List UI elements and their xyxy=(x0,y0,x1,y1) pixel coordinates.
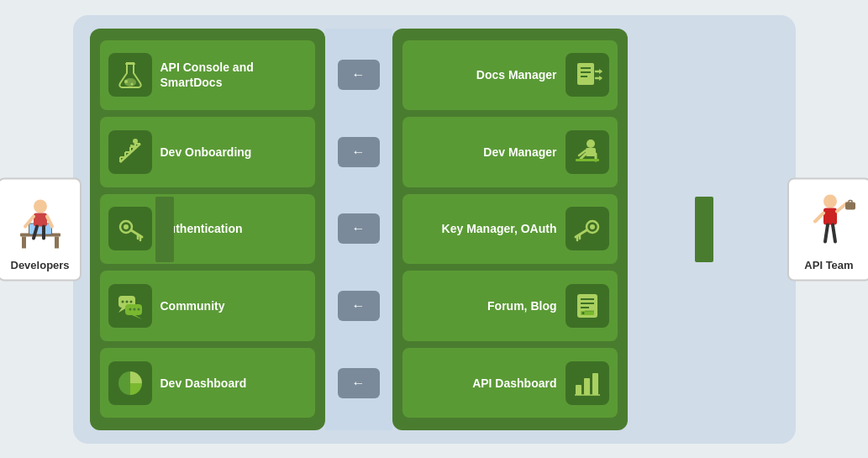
svg-point-5 xyxy=(34,199,47,213)
key-manager-row: Key Manager, OAuth xyxy=(402,194,618,265)
svg-point-50 xyxy=(587,140,595,148)
svg-line-77 xyxy=(833,224,835,241)
api-dashboard-label: API Dashboard xyxy=(472,376,556,391)
svg-rect-79 xyxy=(849,200,852,203)
arrow-2: ← xyxy=(338,137,380,167)
svg-rect-69 xyxy=(584,378,590,395)
developer-icon xyxy=(11,187,70,255)
api-team-figure: API Team xyxy=(787,177,869,281)
svg-point-72 xyxy=(823,194,837,208)
svg-point-36 xyxy=(121,301,124,303)
left-connector xyxy=(155,197,174,262)
api-dashboard-row: API Dashboard xyxy=(402,348,618,419)
api-console-row: API Console and SmartDocs xyxy=(100,40,315,111)
escalator-icon xyxy=(108,130,152,174)
chat-icon xyxy=(108,284,152,328)
arrow-1: ← xyxy=(338,60,380,90)
svg-marker-35 xyxy=(132,315,142,319)
flask-icon xyxy=(108,53,152,97)
community-row: Community xyxy=(100,271,315,341)
svg-marker-49 xyxy=(599,76,602,81)
svg-marker-47 xyxy=(599,69,602,74)
barchart-icon xyxy=(566,361,609,405)
piechart-icon xyxy=(108,361,152,405)
middle-column: ← ← ← ← ← xyxy=(325,29,392,430)
developers-figure: Developers xyxy=(0,177,82,281)
svg-rect-70 xyxy=(592,373,598,395)
forum-blog-label: Forum, Blog xyxy=(487,298,556,313)
svg-point-41 xyxy=(137,308,139,311)
key-manager-label: Key Manager, OAuth xyxy=(442,221,557,236)
keyright-icon xyxy=(566,207,609,250)
forum-blog-row: Forum, Blog xyxy=(402,271,618,341)
authentication-row: Authentication xyxy=(100,194,315,265)
api-team-icon xyxy=(801,187,860,255)
svg-point-28 xyxy=(124,224,129,229)
svg-rect-6 xyxy=(34,213,47,226)
dev-dashboard-label: Dev Dashboard xyxy=(160,376,247,391)
dev-onboarding-row: Dev Onboarding xyxy=(100,117,315,187)
right-connector xyxy=(695,197,713,262)
arrow-3: ← xyxy=(338,213,380,244)
svg-rect-42 xyxy=(577,63,594,85)
docs-icon xyxy=(566,53,609,97)
dev-manager-row: Dev Manager xyxy=(402,117,618,187)
svg-rect-2 xyxy=(55,236,59,248)
developers-label: Developers xyxy=(11,258,68,271)
svg-point-39 xyxy=(129,308,131,311)
svg-rect-51 xyxy=(586,148,596,156)
inner-content: API Console and SmartDocs xyxy=(90,29,779,430)
svg-rect-11 xyxy=(125,63,135,65)
svg-point-37 xyxy=(125,301,128,303)
dev-dashboard-row: Dev Dashboard xyxy=(100,348,315,419)
arrow-5: ← xyxy=(338,368,380,398)
dev-onboarding-label: Dev Onboarding xyxy=(160,145,252,160)
api-console-label: API Console and SmartDocs xyxy=(160,60,307,90)
svg-line-26 xyxy=(131,145,134,146)
svg-point-14 xyxy=(130,83,133,86)
docs-manager-label: Docs Manager xyxy=(476,67,557,82)
svg-rect-73 xyxy=(823,208,837,224)
api-team-label: API Team xyxy=(801,258,858,271)
svg-point-66 xyxy=(581,312,584,314)
svg-point-57 xyxy=(590,224,595,229)
community-label: Community xyxy=(160,298,225,313)
outer-box: Developers xyxy=(73,15,796,444)
arrow-4: ← xyxy=(338,291,380,321)
left-green-panel: API Console and SmartDocs xyxy=(90,29,325,430)
svg-line-75 xyxy=(815,213,823,221)
svg-point-40 xyxy=(133,308,135,311)
svg-rect-54 xyxy=(576,159,599,161)
svg-line-76 xyxy=(825,224,828,241)
dev-manager-label: Dev Manager xyxy=(483,145,556,160)
docs-manager-row: Docs Manager xyxy=(402,40,618,111)
svg-point-13 xyxy=(124,80,128,83)
diagram-wrapper: Developers xyxy=(0,0,868,458)
blog-icon xyxy=(566,284,609,328)
devmanager-icon xyxy=(566,130,609,174)
key-icon xyxy=(108,207,152,250)
svg-rect-68 xyxy=(576,385,581,395)
right-green-panel: Docs Manager xyxy=(392,29,628,430)
svg-point-38 xyxy=(129,301,132,303)
svg-rect-1 xyxy=(22,236,26,248)
